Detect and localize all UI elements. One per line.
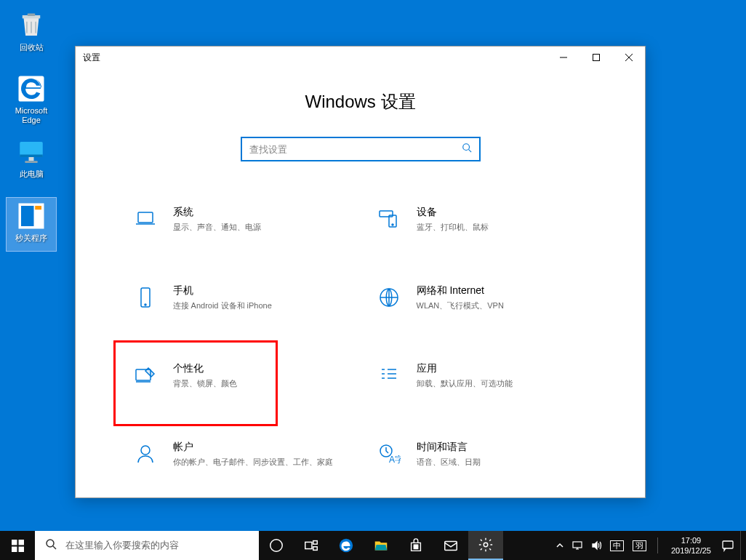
cortana-button[interactable]: [259, 531, 294, 560]
settings-taskbar-button[interactable]: [468, 531, 503, 560]
desktop-icon-label: 此电脑: [20, 169, 44, 179]
volume-tray-icon[interactable]: [590, 540, 602, 551]
category-title: 个性化: [173, 362, 237, 375]
category-title: 网络和 Internet: [417, 284, 504, 297]
svg-rect-34: [414, 547, 415, 548]
category-accounts[interactable]: 帐户 你的帐户、电子邮件、同步设置、工作、家庭: [128, 436, 350, 473]
maximize-button[interactable]: [579, 47, 612, 68]
category-devices[interactable]: 设备 蓝牙、打印机、鼠标: [372, 201, 593, 238]
desktop-icon-quick-close[interactable]: 秒关程序: [6, 197, 57, 252]
store-button[interactable]: [398, 531, 433, 560]
settings-window: 设置 Windows 设置: [75, 46, 646, 498]
titlebar[interactable]: 设置: [76, 47, 645, 68]
svg-rect-3: [20, 155, 43, 158]
ime-indicator-2[interactable]: 羽: [633, 540, 646, 551]
time-language-icon: A字: [376, 441, 402, 467]
recycle-bin-icon: [16, 10, 47, 41]
devices-icon: [376, 206, 402, 232]
svg-rect-28: [305, 542, 312, 548]
categories-grid: 系统 显示、声音、通知、电源 设备 蓝牙、打印机、鼠标 手机: [128, 201, 593, 472]
svg-rect-8: [35, 206, 41, 209]
category-title: 应用: [417, 362, 513, 375]
start-button[interactable]: [0, 531, 35, 560]
svg-rect-7: [21, 206, 34, 226]
taskbar-clock[interactable]: 17:09 2019/12/25: [668, 535, 714, 556]
desktop-icon-edge[interactable]: Microsoft Edge: [6, 71, 57, 125]
phone-icon: [132, 284, 159, 311]
close-button[interactable]: [612, 47, 645, 68]
category-system[interactable]: 系统 显示、声音、通知、电源: [128, 201, 350, 238]
system-tray: 中 羽 17:09 2019/12/25: [550, 531, 740, 560]
minimize-button[interactable]: [547, 47, 579, 68]
ime-indicator-1[interactable]: 中: [610, 540, 624, 551]
category-desc: 背景、锁屏、颜色: [173, 377, 237, 390]
category-phone[interactable]: 手机 连接 Android 设备和 iPhone: [128, 280, 350, 316]
category-desc: 你的帐户、电子邮件、同步设置、工作、家庭: [173, 456, 333, 468]
globe-icon: [376, 284, 402, 311]
window-controls: [547, 47, 645, 68]
tray-chevron-up-icon[interactable]: [556, 541, 564, 550]
personalization-icon: [132, 362, 159, 388]
svg-rect-38: [573, 542, 582, 548]
apps-icon: [376, 362, 402, 388]
desktop-icon-label: 秒关程序: [15, 233, 47, 243]
svg-text:A字: A字: [389, 455, 401, 465]
app-icon: [16, 201, 47, 231]
svg-rect-39: [723, 541, 733, 548]
mail-button[interactable]: [433, 531, 468, 560]
category-title: 手机: [173, 284, 272, 297]
svg-point-37: [484, 543, 488, 547]
desktop-icon-recycle-bin[interactable]: 回收站: [6, 7, 57, 62]
desktop-icon-label: Microsoft Edge: [6, 106, 57, 125]
svg-rect-5: [25, 161, 38, 163]
svg-rect-9: [593, 55, 599, 61]
show-desktop-button[interactable]: [740, 531, 746, 560]
svg-rect-32: [414, 545, 415, 546]
settings-body: Windows 设置 系统 显示、声音、通知、电源: [76, 68, 645, 497]
taskbar-search[interactable]: 在这里输入你要搜索的内容: [35, 531, 259, 560]
desktop-icon-this-pc[interactable]: 此电脑: [6, 134, 57, 188]
category-apps[interactable]: 应用 卸载、默认应用、可选功能: [372, 358, 593, 394]
desktop-icon-label: 回收站: [20, 43, 44, 52]
category-desc: 卸载、默认应用、可选功能: [417, 377, 513, 390]
window-title: 设置: [83, 52, 100, 64]
svg-point-14: [392, 224, 393, 225]
svg-rect-25: [18, 546, 23, 551]
taskbar: 在这里输入你要搜索的内容: [0, 531, 746, 560]
search-input[interactable]: [249, 144, 462, 155]
category-desc: 语音、区域、日期: [417, 456, 481, 468]
clock-date: 2019/12/25: [671, 545, 711, 556]
svg-point-26: [47, 540, 54, 547]
search-box[interactable]: [241, 137, 481, 161]
action-center-icon[interactable]: [721, 539, 734, 552]
svg-rect-22: [12, 540, 17, 545]
category-personalization[interactable]: 个性化 背景、锁屏、颜色: [128, 358, 350, 394]
person-icon: [132, 441, 159, 467]
page-title: Windows 设置: [305, 90, 415, 113]
svg-rect-4: [29, 157, 34, 161]
category-title: 系统: [173, 206, 261, 219]
file-explorer-button[interactable]: [364, 531, 398, 560]
svg-rect-29: [313, 541, 318, 545]
category-network[interactable]: 网络和 Internet WLAN、飞行模式、VPN: [372, 280, 593, 316]
svg-rect-12: [380, 211, 393, 217]
laptop-icon: [132, 206, 159, 232]
edge-taskbar-button[interactable]: [329, 531, 364, 560]
task-view-button[interactable]: [294, 531, 329, 560]
search-icon: [45, 538, 57, 553]
svg-rect-11: [138, 212, 153, 223]
svg-rect-0: [28, 13, 36, 16]
taskbar-apps: [259, 531, 503, 560]
svg-point-16: [145, 304, 146, 305]
search-placeholder: 在这里输入你要搜索的内容: [65, 539, 179, 552]
category-desc: 显示、声音、通知、电源: [173, 221, 261, 233]
category-time-language[interactable]: A字 时间和语言 语音、区域、日期: [372, 436, 593, 473]
svg-rect-33: [416, 545, 417, 546]
network-tray-icon[interactable]: [571, 540, 583, 551]
category-title: 时间和语言: [417, 441, 481, 454]
desktop-icons: 回收站 Microsoft Edge 此电脑 秒关程序: [6, 7, 57, 260]
category-desc: 蓝牙、打印机、鼠标: [417, 221, 489, 233]
svg-rect-35: [416, 547, 417, 548]
svg-rect-23: [18, 540, 23, 545]
search-icon: [462, 143, 472, 156]
